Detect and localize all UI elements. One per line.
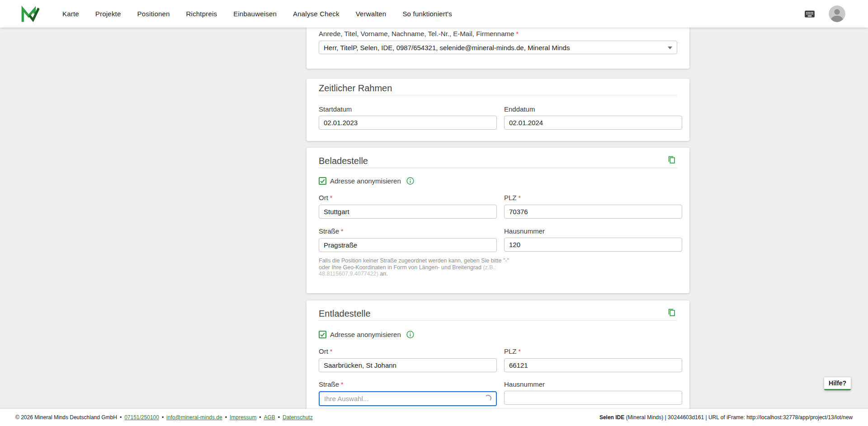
footer-debug-info: Selen IDE (Mineral Minds) | 30244603d161…: [599, 414, 853, 421]
required-mark: *: [341, 228, 343, 235]
info-icon[interactable]: [406, 331, 414, 338]
enddatum-input[interactable]: [504, 116, 682, 130]
beladestelle-card: Beladestelle Adresse anonymisieren Ort*: [307, 148, 689, 293]
strasse-helper-text: Falls die Position keiner Straße zugeord…: [319, 257, 519, 277]
entladestelle-card: Entladestelle Adresse anonymisieren Ort*: [307, 300, 689, 413]
footer-phone-link[interactable]: 07151/250100: [124, 414, 159, 421]
copy-icon: [667, 155, 677, 165]
footer-left: © 2026 Mineral Minds Deutschland GmbH • …: [15, 414, 313, 421]
belade-strasse-field: Straße*: [319, 227, 497, 252]
entlade-ort-field: Ort*: [319, 347, 497, 372]
entlade-strasse-input[interactable]: [319, 391, 497, 406]
timeframe-title: Zeitlicher Rahmen: [319, 82, 392, 94]
anonymize-label: Adresse anonymisieren: [330, 331, 401, 338]
avatar-icon: [829, 5, 845, 22]
startdatum-label: Startdatum: [319, 105, 497, 113]
nav-item-analyse-check[interactable]: Analyse Check: [293, 10, 340, 18]
nav-item-karte[interactable]: Karte: [62, 10, 79, 18]
iframe-url-text: (Mineral Minds) | 30244603d161 | URL of …: [624, 414, 853, 421]
required-mark: *: [341, 381, 343, 388]
anonymize-checkbox[interactable]: [319, 331, 326, 338]
nav-item-verwalten[interactable]: Verwalten: [356, 10, 387, 18]
copy-address-button[interactable]: [667, 155, 677, 165]
entladestelle-title: Entladestelle: [319, 308, 371, 319]
entlade-plz-label: PLZ*: [504, 347, 682, 356]
bullet-separator: •: [278, 414, 280, 421]
belade-plz-field: PLZ*: [504, 193, 682, 219]
mineral-minds-logo[interactable]: [20, 4, 40, 24]
entlade-ort-input[interactable]: [319, 358, 497, 372]
startdatum-field: Startdatum: [319, 105, 497, 130]
chevron-down-icon: [668, 47, 672, 49]
checkmark-icon: [320, 332, 326, 337]
belade-ort-input[interactable]: [319, 205, 497, 219]
required-mark: *: [330, 194, 332, 201]
divider: [319, 95, 677, 95]
app-root: Karte Projekte Positionen Richtpreis Ein…: [0, 0, 868, 426]
app-name: Selen IDE: [599, 414, 624, 421]
help-button[interactable]: Hilfe?: [824, 377, 851, 390]
timeframe-card: Zeitlicher Rahmen Startdatum Enddatum: [307, 79, 689, 141]
user-avatar[interactable]: [829, 5, 845, 22]
entlade-strasse-label: Straße*: [319, 380, 497, 389]
entlade-plz-input[interactable]: [504, 358, 682, 372]
footer-agb-link[interactable]: AGB: [264, 414, 275, 421]
main-nav: Karte Projekte Positionen Richtpreis Ein…: [62, 10, 452, 18]
page-footer: © 2026 Mineral Minds Deutschland GmbH • …: [0, 409, 868, 426]
entlade-strasse-field: Straße*: [319, 380, 497, 406]
contact-field: Anrede, Titel, Vorname, Nachname, Tel.-N…: [319, 29, 677, 54]
required-mark: *: [519, 194, 521, 201]
entlade-plz-field: PLZ*: [504, 347, 682, 372]
contact-select-value: Herr, TitelP, Selen, IDE, 0987/654321, s…: [324, 44, 570, 51]
top-navbar: Karte Projekte Positionen Richtpreis Ein…: [0, 0, 868, 28]
belade-hausnummer-label: Hausnummer: [504, 227, 682, 235]
required-mark: *: [519, 348, 521, 355]
divider: [319, 168, 677, 168]
checkmark-icon: [320, 178, 326, 184]
bullet-separator: •: [259, 414, 261, 421]
belade-strasse-input[interactable]: [319, 238, 497, 252]
anonymize-row: Adresse anonymisieren: [319, 330, 414, 339]
anonymize-checkbox[interactable]: [319, 177, 326, 185]
entlade-hausnummer-field: Hausnummer: [504, 380, 682, 405]
navbar-right: [802, 0, 845, 28]
belade-hausnummer-field: Hausnummer: [504, 227, 682, 252]
belade-plz-label: PLZ*: [504, 193, 682, 202]
required-mark: *: [516, 30, 518, 37]
enddatum-label: Enddatum: [504, 105, 682, 113]
keyboard-button[interactable]: [802, 8, 817, 20]
bullet-separator: •: [120, 414, 122, 421]
startdatum-input[interactable]: [319, 116, 497, 130]
copy-icon: [667, 308, 677, 318]
contact-select[interactable]: Herr, TitelP, Selen, IDE, 0987/654321, s…: [319, 41, 677, 54]
belade-ort-label: Ort*: [319, 193, 497, 202]
nav-item-so-funktionierts[interactable]: So funktioniert's: [402, 10, 452, 18]
info-icon[interactable]: [406, 177, 414, 185]
anonymize-row: Adresse anonymisieren: [319, 176, 414, 185]
copyright-text: © 2026 Mineral Minds Deutschland GmbH: [15, 414, 117, 421]
entlade-hausnummer-label: Hausnummer: [504, 380, 682, 389]
copy-address-button[interactable]: [667, 308, 677, 318]
belade-ort-field: Ort*: [319, 193, 497, 219]
footer-datenschutz-link[interactable]: Datenschutz: [283, 414, 313, 421]
footer-impressum-link[interactable]: Impressum: [230, 414, 256, 421]
required-mark: *: [330, 348, 332, 355]
entlade-ort-label: Ort*: [319, 347, 497, 356]
enddatum-field: Enddatum: [504, 105, 682, 130]
belade-hausnummer-input[interactable]: [504, 238, 682, 252]
belade-plz-input[interactable]: [504, 205, 682, 219]
keyboard-icon: [802, 8, 817, 20]
nav-item-projekte[interactable]: Projekte: [95, 10, 121, 18]
anonymize-label: Adresse anonymisieren: [330, 177, 401, 185]
bullet-separator: •: [162, 414, 164, 421]
belade-strasse-label: Straße*: [319, 227, 497, 236]
contact-label: Anrede, Titel, Vorname, Nachname, Tel.-N…: [319, 29, 677, 38]
nav-item-richtpreis[interactable]: Richtpreis: [186, 10, 217, 18]
nav-item-positionen[interactable]: Positionen: [137, 10, 170, 18]
footer-email-link[interactable]: info@mineral-minds.de: [166, 414, 222, 421]
loading-spinner-icon: [485, 395, 491, 402]
logo-icon: [20, 5, 39, 23]
nav-item-einbauweisen[interactable]: Einbauweisen: [233, 10, 277, 18]
entlade-hausnummer-input[interactable]: [504, 391, 682, 405]
divider: [319, 320, 677, 321]
